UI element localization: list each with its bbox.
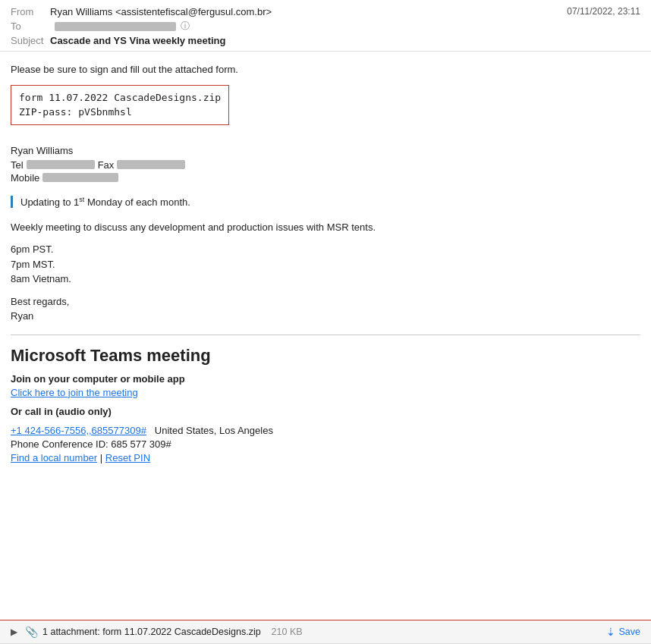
teams-conf-id-value: 685 577 309#: [111, 438, 171, 450]
regards-text: Best regards,: [11, 296, 69, 307]
teams-links-row: Find a local number | Reset PIN: [11, 452, 640, 463]
tel-value-blurred: [27, 160, 95, 169]
mobile-value-blurred: [42, 173, 118, 182]
time-pst: 6pm PST.: [11, 243, 53, 255]
fax-value-blurred: [117, 160, 185, 169]
zip-filename: form 11.07.2022 CascadeDesigns.zip: [19, 90, 221, 105]
tel-label: Tel: [11, 159, 24, 171]
updating-rest: Monday of each month.: [84, 196, 190, 208]
teams-join-label: Join on your computer or mobile app: [11, 373, 640, 385]
sign-off: Best regards, Ryan: [11, 294, 640, 324]
subject-value: Cascade and YS Vina weekly meeting: [50, 35, 225, 46]
email-date: 07/11/2022, 23:11: [552, 6, 640, 17]
save-download-icon: ⇣: [606, 626, 615, 638]
subject-label: Subject: [11, 35, 50, 46]
save-label: Save: [619, 627, 641, 637]
to-value-blurred: [55, 22, 176, 31]
attachment-zip-box[interactable]: form 11.07.2022 CascadeDesigns.zip ZIP-p…: [11, 85, 229, 125]
from-row: From Ryan Williams <assistentefiscal@fer…: [11, 6, 640, 17]
meeting-desc: Weekly meeting to discuss any developmen…: [11, 220, 640, 235]
divider: [11, 335, 640, 335]
mobile-label: Mobile: [11, 172, 39, 184]
teams-phone-row: +1 424-566-7556,,685577309# United State…: [11, 425, 640, 436]
footer-bar: ▶ 📎 1 attachment: form 11.07.2022 Cascad…: [0, 620, 651, 644]
teams-title: Microsoft Teams meeting: [11, 346, 640, 366]
footer-attachment-label: 1 attachment: form 11.07.2022 CascadeDes…: [42, 627, 303, 637]
teams-call-label: Or call in (audio only): [11, 406, 640, 417]
find-local-link[interactable]: Find a local number: [11, 452, 97, 463]
regards-name: Ryan: [11, 310, 33, 322]
from-label: From: [11, 6, 50, 17]
quote-block: Updating to 1st Monday of each month.: [11, 196, 640, 208]
email-body: Please be sure to sign and fill out the …: [0, 52, 651, 609]
teams-phone-location: [149, 425, 155, 436]
attachment-file-size: 210 KB: [272, 627, 303, 637]
intro-text: Please be sure to sign and fill out the …: [11, 62, 640, 77]
time-vietnam: 8am Vietnam.: [11, 273, 71, 284]
teams-section: Microsoft Teams meeting Join on your com…: [11, 346, 640, 463]
time-mst: 7pm MST.: [11, 259, 55, 270]
to-row: To ⓘ: [11, 20, 640, 33]
links-separator: |: [100, 452, 105, 463]
paperclip-icon: 📎: [25, 626, 38, 638]
reset-pin-link[interactable]: Reset PIN: [105, 452, 150, 463]
fax-label: Fax: [98, 159, 115, 171]
signature-block: Ryan Williams Tel Fax Mobile: [11, 145, 640, 184]
to-icon: ⓘ: [181, 20, 190, 33]
times-block: 6pm PST. 7pm MST. 8am Vietnam.: [11, 242, 640, 287]
teams-location-text: United States, Los Angeles: [155, 425, 273, 436]
zip-password: ZIP-pass: pVSbnmhsl: [19, 105, 221, 120]
sender-name: Ryan Williams: [11, 145, 73, 156]
save-button[interactable]: ⇣ Save: [606, 626, 641, 638]
email-header: From Ryan Williams <assistentefiscal@fer…: [0, 0, 651, 52]
from-value: Ryan Williams <assistentefiscal@fergusul…: [50, 6, 552, 17]
updating-text: Updating to 1: [20, 196, 79, 208]
email-container: From Ryan Williams <assistentefiscal@fer…: [0, 0, 651, 644]
footer-left: ▶ 📎 1 attachment: form 11.07.2022 Cascad…: [11, 626, 303, 638]
attachment-label-text: 1 attachment: form 11.07.2022 CascadeDes…: [42, 627, 261, 637]
teams-conf-id-label: Phone Conference ID:: [11, 438, 108, 450]
footer-chevron-icon: ▶: [11, 627, 17, 637]
to-label: To: [11, 20, 50, 32]
teams-phone-link[interactable]: +1 424-566-7556,,685577309#: [11, 425, 146, 436]
teams-join-link[interactable]: Click here to join the meeting: [11, 387, 138, 398]
subject-row: Subject Cascade and YS Vina weekly meeti…: [11, 35, 640, 46]
teams-conf-id-row: Phone Conference ID: 685 577 309#: [11, 438, 640, 450]
